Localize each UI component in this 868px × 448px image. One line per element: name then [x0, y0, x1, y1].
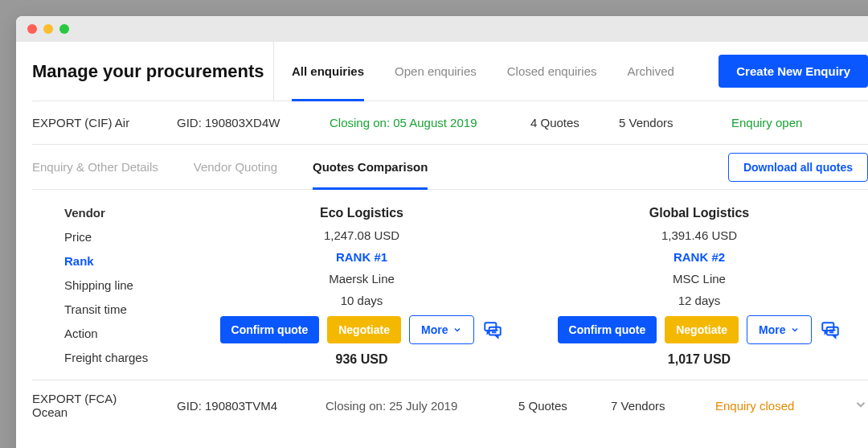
page-title: Manage your procurements: [32, 61, 273, 82]
vendor-rank: RANK #1: [336, 250, 387, 264]
content-area: Manage your procurements All enquiries O…: [16, 42, 868, 440]
chevron-down-icon: [790, 325, 800, 335]
tab-closed-enquiries[interactable]: Closed enquiries: [507, 42, 597, 101]
chat-icon[interactable]: [820, 319, 841, 340]
confirm-quote-button[interactable]: Confirm quote: [558, 316, 657, 343]
vendor-shipping-line: MSC Line: [673, 272, 726, 286]
subtab-vendor-quoting[interactable]: Vendor Quoting: [194, 145, 277, 189]
enquiry-gid: GID: 190803XD4W: [177, 116, 297, 129]
vendor-freight: 1,017 USD: [668, 352, 731, 367]
tab-archived[interactable]: Archived: [628, 42, 674, 101]
header-row: Manage your procurements All enquiries O…: [32, 42, 868, 101]
vendor-transit-time: 10 days: [341, 294, 383, 307]
tab-open-enquiries[interactable]: Open enquiries: [395, 42, 477, 101]
chevron-down-icon[interactable]: [844, 397, 868, 414]
download-all-quotes-button[interactable]: Download all quotes: [728, 153, 868, 182]
close-window-icon[interactable]: [27, 24, 37, 34]
label-transit-time: Transit time: [64, 302, 193, 316]
quotes-comparison-table: Vendor Price Rank Shipping line Transit …: [32, 190, 868, 380]
negotiate-button[interactable]: Negotiate: [665, 316, 739, 343]
vendor-name: Eco Logistics: [320, 206, 403, 220]
confirm-quote-button[interactable]: Confirm quote: [220, 316, 320, 343]
vendor-transit-time: 12 days: [678, 294, 721, 307]
enquiry-quotes-count: 4 Quotes: [530, 116, 587, 129]
vendor-rank: RANK #2: [674, 250, 725, 264]
enquiry-type: EXPORT (CIF) Air: [32, 116, 145, 129]
vendor-name: Global Logistics: [649, 206, 749, 220]
more-label: More: [759, 323, 785, 336]
enquiry-type: EXPORT (FCA) Ocean: [32, 392, 153, 419]
subtabs-row: Enquiry & Other Details Vendor Quoting Q…: [32, 145, 868, 190]
vendor-freight: 936 USD: [336, 352, 388, 367]
vendor-shipping-line: Maersk Line: [329, 272, 395, 286]
enquiry-vendors-count: 5 Vendors: [619, 116, 699, 129]
subtab-enquiry-details[interactable]: Enquiry & Other Details: [32, 145, 158, 189]
app-window: Manage your procurements All enquiries O…: [16, 16, 868, 448]
comparison-labels: Vendor Price Rank Shipping line Transit …: [32, 206, 193, 367]
create-enquiry-button[interactable]: Create New Enquiry: [719, 55, 868, 88]
vendor-price: 1,247.08 USD: [324, 228, 399, 242]
enquiry-row-closed[interactable]: EXPORT (FCA) Ocean GID: 190803TVM4 Closi…: [32, 380, 868, 424]
enquiry-quotes-count: 5 Quotes: [518, 399, 587, 413]
enquiry-closing-date: Closing on: 25 July 2019: [326, 399, 494, 413]
label-vendor: Vendor: [64, 206, 193, 220]
vendor-column-1: Eco Logistics 1,247.08 USD RANK #1 Maers…: [193, 206, 530, 367]
titlebar: [16, 16, 868, 42]
label-action: Action: [64, 327, 193, 340]
enquiry-gid: GID: 190803TVM4: [177, 399, 301, 413]
vendor-price: 1,391.46 USD: [661, 228, 737, 242]
vendor-actions: Confirm quote Negotiate More: [558, 315, 841, 344]
chevron-down-icon: [452, 325, 462, 335]
enquiry-row-open[interactable]: EXPORT (CIF) Air GID: 190803XD4W Closing…: [32, 101, 868, 145]
label-shipping-line: Shipping line: [64, 278, 193, 292]
subtab-quotes-comparison[interactable]: Quotes Comparison: [313, 145, 428, 189]
more-button[interactable]: More: [409, 315, 474, 344]
enquiry-closing-date: Closing on: 05 August 2019: [330, 116, 498, 129]
chat-icon[interactable]: [482, 319, 503, 340]
label-freight-charges: Freight charges: [64, 351, 193, 364]
more-button[interactable]: More: [747, 315, 812, 344]
minimize-window-icon[interactable]: [43, 24, 53, 34]
main-tabs: All enquiries Open enquiries Closed enqu…: [273, 42, 719, 101]
negotiate-button[interactable]: Negotiate: [327, 316, 401, 343]
enquiry-status: Enquiry closed: [715, 399, 820, 413]
label-price: Price: [64, 230, 193, 244]
enquiry-vendors-count: 7 Vendors: [611, 399, 691, 413]
vendor-column-2: Global Logistics 1,391.46 USD RANK #2 MS…: [530, 206, 868, 367]
tab-all-enquiries[interactable]: All enquiries: [292, 42, 364, 101]
maximize-window-icon[interactable]: [59, 24, 69, 34]
vendor-actions: Confirm quote Negotiate More: [220, 315, 504, 344]
enquiry-status: Enquiry open: [731, 116, 836, 129]
label-rank: Rank: [64, 254, 193, 268]
more-label: More: [421, 323, 448, 336]
